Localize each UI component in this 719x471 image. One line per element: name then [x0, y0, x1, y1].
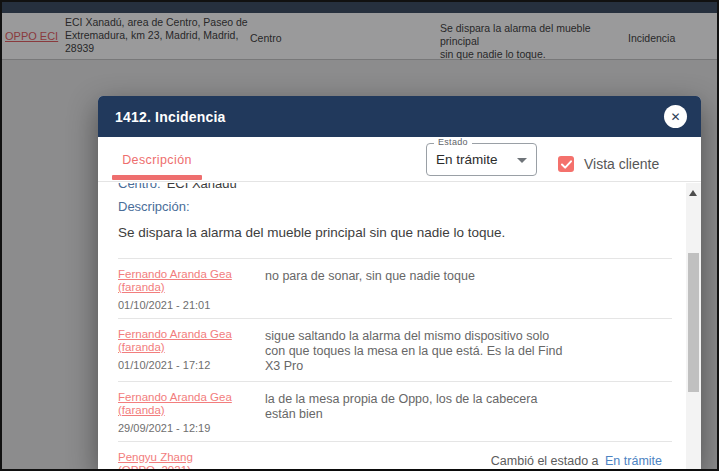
comment-row: Fernando Aranda Gea (faranda) 01/10/2021… — [118, 258, 672, 318]
dialog-title: 1412. Incidencia — [115, 109, 226, 125]
comment-row: Fernando Aranda Gea (faranda) 01/10/2021… — [118, 318, 672, 381]
centro-value: ECI Xanadú — [167, 183, 237, 191]
check-icon — [561, 160, 572, 169]
comment-row: Pengyu Zhang (OPPO_2021) 28/09/2021 - 17… — [118, 441, 672, 469]
vista-cliente-control: Vista cliente — [558, 156, 659, 172]
chevron-down-icon — [517, 158, 527, 163]
scrollbar-thumb[interactable] — [688, 253, 699, 392]
centro-label: Centro: — [118, 183, 161, 191]
close-icon: ✕ — [670, 110, 680, 124]
estado-select-value: En trámite — [436, 152, 498, 167]
comment-meta: Fernando Aranda Gea (faranda) 01/10/2021… — [118, 328, 265, 374]
incident-dialog: 1412. Incidencia ✕ Descripción Estado En… — [98, 96, 701, 469]
comment-text: no para de sonar, sin que nadie toque — [265, 268, 595, 311]
comment-author-link[interactable]: Fernando Aranda Gea (faranda) — [118, 391, 265, 417]
scroll-up-arrow-icon[interactable] — [689, 190, 697, 196]
close-button[interactable]: ✕ — [664, 105, 687, 128]
content-scrollbar[interactable] — [686, 183, 701, 469]
vista-cliente-checkbox[interactable] — [558, 156, 574, 172]
status-change-text: Cambió el estado a — [491, 454, 602, 468]
descripcion-label: Descripción: — [118, 199, 190, 214]
comment-author-link[interactable]: Fernando Aranda Gea (faranda) — [118, 328, 265, 354]
comment-meta: Fernando Aranda Gea (faranda) 01/10/2021… — [118, 268, 265, 311]
descripcion-field-label: Descripción: — [118, 199, 672, 215]
centro-field: Centro:ECI Xanadú — [118, 183, 672, 192]
status-change-link[interactable]: En trámite — [605, 454, 662, 468]
estado-select-label: Estado — [434, 137, 472, 147]
comment-row: Fernando Aranda Gea (faranda) 29/09/2021… — [118, 381, 672, 441]
comments-list: Fernando Aranda Gea (faranda) 01/10/2021… — [118, 258, 672, 469]
comment-author-link[interactable]: Fernando Aranda Gea (faranda) — [118, 268, 265, 294]
comment-date: 01/10/2021 - 21:01 — [118, 299, 265, 311]
comment-text: sigue saltando la alarma del mismo dispo… — [265, 328, 595, 374]
comment-status-change: Cambió el estado a En trámite — [491, 451, 672, 469]
active-tab-indicator — [112, 175, 202, 180]
vista-cliente-label: Vista cliente — [584, 156, 659, 172]
descripcion-value: Se dispara la alarma del mueble principa… — [118, 225, 672, 241]
comment-text: la de la mesa propia de Oppo, los de la … — [265, 391, 595, 434]
comment-meta: Pengyu Zhang (OPPO_2021) 28/09/2021 - 17… — [118, 451, 265, 469]
comment-meta: Fernando Aranda Gea (faranda) 29/09/2021… — [118, 391, 265, 434]
dialog-header: 1412. Incidencia ✕ — [98, 96, 701, 137]
estado-select[interactable]: Estado En trámite — [426, 143, 537, 176]
dialog-toolbar: Descripción Estado En trámite Vista clie… — [98, 137, 701, 182]
comment-author-link[interactable]: Pengyu Zhang (OPPO_2021) — [118, 451, 265, 469]
dialog-content: Centro:ECI Xanadú Descripción: Se dispar… — [98, 183, 686, 469]
comment-date: 01/10/2021 - 17:12 — [118, 359, 265, 371]
comment-date: 29/09/2021 - 12:19 — [118, 422, 265, 434]
